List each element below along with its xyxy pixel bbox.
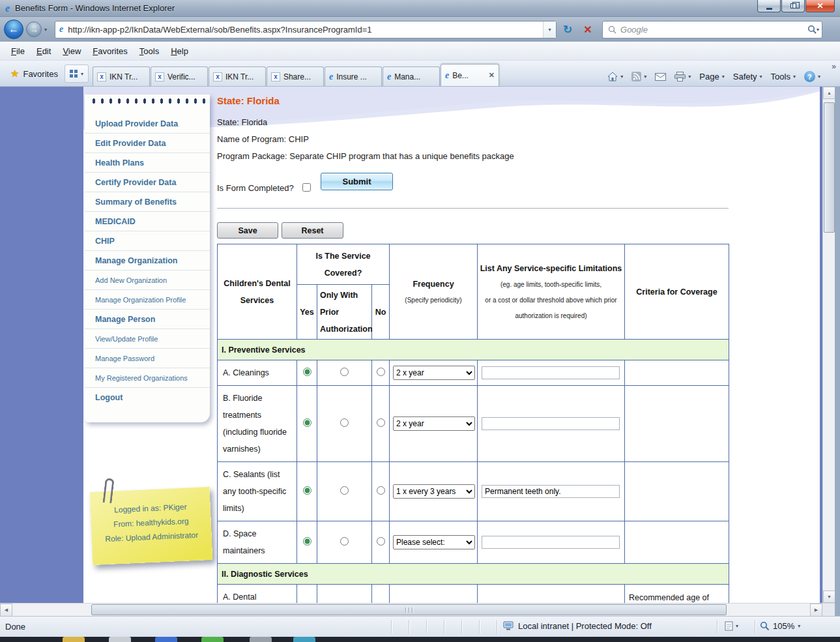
url-text[interactable]: http://ikn-app-p2/IknData/WebExternal/so… bbox=[68, 25, 543, 35]
covered-no-radio[interactable] bbox=[377, 486, 385, 495]
taskbar-icon[interactable] bbox=[63, 637, 85, 642]
covered-prior-radio[interactable] bbox=[340, 368, 349, 376]
zoom-control[interactable]: 105% ▾ bbox=[760, 621, 800, 631]
sidebar-item-logout[interactable]: Logout bbox=[85, 388, 210, 407]
service-name: C. Sealants (list any tooth-specific lim… bbox=[218, 462, 297, 521]
reset-button[interactable]: Reset bbox=[282, 222, 343, 239]
sidebar-item-upload-provider-data[interactable]: Upload Provider Data bbox=[85, 114, 210, 134]
url-dropdown-icon[interactable]: ▾ bbox=[543, 22, 556, 38]
scroll-up-icon[interactable]: ▲ bbox=[823, 87, 835, 99]
tab-5[interactable]: eInsure ... bbox=[325, 66, 382, 86]
sidebar-item-my-registered-organizations[interactable]: My Registered Organizations bbox=[85, 368, 210, 388]
sidebar-item-manage-password[interactable]: Manage Password bbox=[85, 349, 210, 368]
sidebar-item-health-plans[interactable]: Health Plans bbox=[85, 153, 210, 173]
menu-favorites[interactable]: Favorites bbox=[87, 44, 133, 59]
frequency-select[interactable]: 2 x year bbox=[393, 416, 475, 431]
horizontal-scrollbar-thumb[interactable] bbox=[91, 604, 727, 615]
sidebar-item-manage-organization-profile[interactable]: Manage Organization Profile bbox=[85, 290, 210, 310]
menu-help[interactable]: Help bbox=[165, 44, 194, 59]
tab-close-icon[interactable]: ✕ bbox=[489, 71, 495, 80]
horizontal-scrollbar[interactable]: ◀ ▶ bbox=[0, 603, 822, 616]
refresh-button[interactable]: ↻ bbox=[558, 20, 577, 38]
frequency-select[interactable]: Please select: bbox=[393, 535, 475, 549]
covered-yes-radio[interactable] bbox=[303, 486, 311, 495]
covered-prior-radio[interactable] bbox=[340, 418, 349, 427]
col-header-prior-auth: Only With Prior Authorization bbox=[317, 285, 372, 340]
status-page-mode[interactable]: ▾ bbox=[725, 621, 738, 631]
tab-active[interactable]: eBe...✕ bbox=[441, 64, 499, 86]
frequency-select[interactable]: 1 x every 3 years bbox=[393, 484, 475, 499]
toolbar-overflow-icon[interactable]: » bbox=[832, 62, 836, 71]
read-mail-button[interactable] bbox=[655, 73, 666, 81]
sidebar-item-manage-organization[interactable]: Manage Organization bbox=[85, 251, 210, 270]
sidebar-item-view-update-profile[interactable]: View/Update Profile bbox=[85, 329, 210, 349]
zoom-icon bbox=[760, 621, 770, 631]
minimize-button[interactable] bbox=[757, 0, 781, 12]
tab-4[interactable]: xShare... bbox=[267, 66, 324, 86]
limitations-input[interactable] bbox=[482, 417, 620, 430]
page-menu-button[interactable]: Page▾ bbox=[699, 72, 724, 81]
sidebar-item-manage-person[interactable]: Manage Person bbox=[85, 310, 210, 329]
feeds-button[interactable]: ▾ bbox=[631, 72, 646, 81]
menu-tools[interactable]: Tools bbox=[134, 44, 165, 59]
sidebar-item-certify-provider-data[interactable]: Certify Provider Data bbox=[85, 173, 210, 192]
print-button[interactable]: ▾ bbox=[674, 72, 691, 81]
menu-edit[interactable]: Edit bbox=[31, 44, 57, 59]
back-button[interactable]: ← bbox=[4, 20, 23, 39]
vertical-scrollbar[interactable]: ▲ ▼ bbox=[822, 87, 835, 603]
sidebar-item-medicaid[interactable]: MEDICAID bbox=[85, 212, 210, 231]
taskbar-icon[interactable] bbox=[201, 637, 224, 642]
search-box[interactable]: Google ▾ bbox=[602, 21, 822, 38]
covered-prior-radio[interactable] bbox=[340, 537, 349, 546]
submit-button[interactable]: Submit bbox=[321, 173, 393, 190]
limitations-input[interactable] bbox=[482, 485, 620, 498]
search-options-chevron-icon[interactable]: ▾ bbox=[817, 27, 819, 33]
sidebar-item-add-new-organization[interactable]: Add New Organization bbox=[85, 270, 210, 290]
favorites-button[interactable]: ★ Favorites bbox=[4, 65, 65, 83]
limitations-input[interactable] bbox=[482, 366, 620, 379]
menu-view[interactable]: View bbox=[57, 44, 87, 59]
quick-tabs-button[interactable]: ▾ bbox=[65, 65, 89, 83]
tools-menu-button[interactable]: Tools▾ bbox=[771, 72, 796, 81]
vertical-scrollbar-thumb[interactable] bbox=[824, 102, 835, 233]
scroll-left-icon[interactable]: ◀ bbox=[0, 604, 12, 617]
help-menu-button[interactable]: ?▾ bbox=[804, 71, 820, 82]
scroll-right-icon[interactable]: ▶ bbox=[810, 604, 822, 617]
limitations-input[interactable] bbox=[482, 536, 620, 549]
criteria-cell: Recommended age of visit? bbox=[625, 585, 729, 604]
taskbar-icon[interactable] bbox=[250, 637, 272, 642]
recent-pages-chevron-icon[interactable]: ▾ bbox=[44, 27, 47, 33]
frequency-select[interactable]: 2 x year bbox=[393, 366, 475, 380]
save-button[interactable]: Save bbox=[217, 222, 278, 239]
taskbar-icon[interactable] bbox=[155, 637, 177, 642]
covered-yes-radio[interactable] bbox=[303, 537, 311, 546]
taskbar-icon[interactable] bbox=[109, 637, 131, 642]
tab-6[interactable]: eMana... bbox=[383, 66, 440, 86]
windows-taskbar[interactable] bbox=[0, 637, 840, 642]
url-field[interactable]: e http://ikn-app-p2/IknData/WebExternal/… bbox=[55, 21, 557, 38]
menu-file[interactable]: File bbox=[5, 44, 31, 59]
is-form-completed-checkbox[interactable] bbox=[302, 183, 311, 192]
tab-1[interactable]: xIKN Tr... bbox=[93, 66, 150, 86]
sidebar-item-summary-of-benefits[interactable]: Summary of Benefits bbox=[85, 192, 210, 212]
covered-no-radio[interactable] bbox=[377, 537, 385, 546]
tab-3[interactable]: xIKN Tr... bbox=[209, 66, 266, 86]
scroll-down-icon[interactable]: ▼ bbox=[823, 591, 835, 603]
covered-yes-radio[interactable] bbox=[303, 368, 311, 376]
stop-button[interactable]: ✕ bbox=[579, 20, 597, 38]
covered-no-radio[interactable] bbox=[377, 368, 385, 376]
close-button[interactable]: ✕ bbox=[805, 0, 835, 12]
sidebar-item-chip[interactable]: CHIP bbox=[85, 231, 210, 251]
sidebar-item-edit-provider-data[interactable]: Edit Provider Data bbox=[85, 134, 210, 153]
taskbar-icon[interactable] bbox=[293, 637, 315, 642]
covered-prior-radio[interactable] bbox=[340, 486, 349, 495]
home-button[interactable]: ▾ bbox=[607, 72, 623, 81]
forward-button[interactable]: → bbox=[26, 22, 42, 37]
restore-button[interactable] bbox=[781, 0, 805, 12]
search-placeholder[interactable]: Google bbox=[620, 25, 807, 35]
covered-yes-radio[interactable] bbox=[303, 418, 311, 427]
search-go-icon[interactable] bbox=[807, 25, 817, 34]
covered-no-radio[interactable] bbox=[377, 418, 385, 427]
tab-2[interactable]: xVerific... bbox=[151, 66, 208, 86]
safety-menu-button[interactable]: Safety▾ bbox=[733, 72, 762, 81]
